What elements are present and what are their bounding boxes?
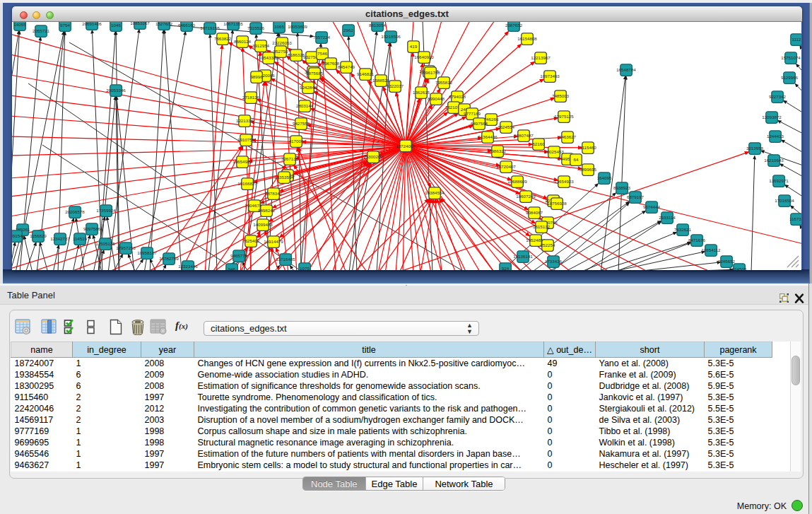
svg-text:19166827: 19166827	[237, 181, 257, 186]
svg-text:419: 419	[410, 44, 418, 49]
svg-text:924505: 924505	[732, 267, 747, 270]
svg-text:924: 924	[502, 266, 510, 270]
svg-text:7986322: 7986322	[489, 148, 507, 153]
svg-text:7955812: 7955812	[435, 80, 453, 85]
svg-text:17957253: 17957253	[116, 245, 136, 250]
svg-text:10654112: 10654112	[701, 247, 721, 252]
svg-text:20691406: 20691406	[82, 22, 102, 26]
svg-text:9245652: 9245652	[718, 259, 736, 264]
svg-text:116733: 116733	[789, 216, 801, 221]
svg-text:23226053: 23226053	[272, 40, 292, 45]
svg-text:10853267: 10853267	[130, 22, 150, 25]
svg-text:3213958: 3213958	[746, 146, 764, 151]
svg-text:9465779: 9465779	[230, 253, 248, 258]
svg-text:9463627: 9463627	[559, 134, 577, 139]
svg-text:13353594: 13353594	[274, 175, 294, 180]
svg-text:10973493: 10973493	[540, 74, 560, 78]
svg-text:8990448: 8990448	[428, 96, 445, 101]
svg-text:14136141: 14136141	[513, 254, 533, 259]
svg-text:9674444: 9674444	[643, 204, 661, 209]
svg-text:417006: 417006	[289, 139, 304, 144]
svg-text:2803144: 2803144	[296, 103, 314, 108]
svg-text:12213967: 12213967	[531, 55, 551, 60]
svg-text:9227342: 9227342	[769, 94, 787, 99]
svg-text:7632621: 7632621	[674, 227, 692, 232]
svg-text:15751074: 15751074	[781, 55, 801, 60]
svg-text:1244413: 1244413	[767, 134, 784, 139]
svg-text:18724007: 18724007	[396, 144, 416, 148]
svg-text:10688609: 10688609	[507, 179, 527, 184]
svg-text:14099483: 14099483	[253, 222, 273, 227]
svg-text:13716485: 13716485	[276, 257, 295, 262]
svg-text:7357224: 7357224	[313, 35, 331, 40]
svg-text:7546: 7546	[317, 51, 327, 56]
svg-text:3267130: 3267130	[281, 156, 299, 161]
svg-text:1615132: 1615132	[533, 224, 551, 229]
svg-text:1112: 1112	[792, 37, 801, 42]
svg-text:2967608: 2967608	[322, 61, 340, 66]
svg-text:19384554: 19384554	[425, 190, 445, 195]
svg-text:6322037: 6322037	[387, 83, 404, 88]
svg-text:20053346: 20053346	[106, 88, 126, 93]
svg-text:21364436: 21364436	[478, 134, 498, 139]
svg-text:2962: 2962	[343, 28, 353, 33]
svg-text:1156829: 1156829	[30, 233, 47, 238]
svg-text:9242848: 9242848	[300, 85, 317, 90]
svg-text:10719155: 10719155	[200, 25, 220, 30]
svg-text:9498242: 9498242	[258, 208, 276, 213]
svg-text:12975125: 12975125	[554, 114, 574, 119]
svg-text:12505135: 12505135	[95, 241, 115, 246]
svg-text:39154: 39154	[12, 233, 23, 238]
svg-text:1588520: 1588520	[372, 78, 390, 83]
svg-text:8471676: 8471676	[688, 238, 706, 243]
svg-text:7663822: 7663822	[214, 36, 232, 41]
svg-text:7625402: 7625402	[242, 238, 260, 243]
svg-text:10543382: 10543382	[259, 55, 278, 60]
svg-text:16154808: 16154808	[517, 36, 537, 41]
svg-text:6794028: 6794028	[449, 94, 466, 99]
svg-text:6497568: 6497568	[471, 121, 488, 126]
svg-text:3878342: 3878342	[265, 191, 283, 196]
svg-text:8186328: 8186328	[288, 52, 305, 57]
svg-text:1046: 1046	[111, 23, 121, 28]
svg-text:9146821: 9146821	[357, 71, 375, 76]
svg-text:12342737: 12342737	[50, 236, 70, 241]
svg-text:2087652: 2087652	[505, 23, 523, 28]
svg-text:1065: 1065	[274, 24, 284, 29]
svg-text:7515526: 7515526	[247, 25, 265, 30]
svg-text:1527602: 1527602	[155, 22, 173, 26]
svg-text:1910755: 1910755	[237, 137, 255, 142]
svg-text:18607249: 18607249	[516, 194, 536, 199]
svg-text:5875685: 5875685	[306, 71, 324, 76]
svg-text:10958107: 10958107	[137, 250, 157, 255]
svg-text:252254: 252254	[541, 243, 555, 247]
svg-text:114519: 114519	[73, 236, 88, 241]
svg-text:8660124: 8660124	[234, 39, 252, 44]
svg-text:9097586: 9097586	[83, 226, 101, 231]
svg-text:3624554: 3624554	[498, 124, 515, 129]
svg-text:6466160: 6466160	[178, 23, 196, 28]
svg-text:6879197: 6879197	[627, 194, 645, 199]
svg-text:19654982: 19654982	[233, 159, 252, 164]
svg-text:3912954: 3912954	[252, 43, 270, 48]
svg-text:14055: 14055	[13, 22, 26, 27]
svg-text:164095: 164095	[597, 175, 612, 180]
svg-text:8938923: 8938923	[613, 185, 631, 190]
svg-text:17359924: 17359924	[96, 208, 116, 213]
svg-text:12093872: 12093872	[762, 115, 782, 119]
svg-text:62160: 62160	[532, 141, 545, 146]
svg-text:15720407: 15720407	[496, 164, 516, 169]
svg-text:12323446: 12323446	[178, 264, 198, 269]
svg-text:7485003: 7485003	[552, 93, 570, 98]
svg-text:20206578: 20206578	[65, 209, 85, 214]
svg-text:13692971: 13692971	[769, 178, 789, 183]
svg-text:9794: 9794	[60, 23, 70, 28]
svg-text:10025453: 10025453	[544, 149, 564, 154]
svg-text:9115460: 9115460	[579, 145, 596, 150]
svg-text:8454749: 8454749	[338, 64, 355, 69]
svg-text:1362615: 1362615	[413, 90, 430, 95]
svg-text:9427552: 9427552	[293, 121, 310, 126]
svg-text:16914479: 16914479	[264, 239, 283, 244]
svg-text:98996: 98996	[250, 74, 263, 79]
svg-text:1733426: 1733426	[545, 259, 563, 264]
